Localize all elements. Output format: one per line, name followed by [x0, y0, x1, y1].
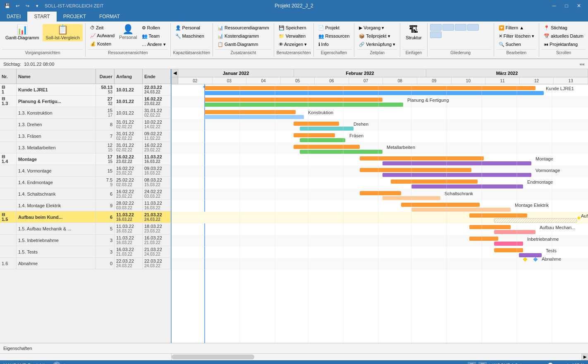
table-row[interactable]: 1.4. Endmontage 7.59 25.02.2202.03.22 08…	[0, 177, 171, 188]
table-row[interactable]: 1.4. Schaltschrank 6 16.02.2223.02.22 24…	[0, 188, 171, 200]
quick-access-toolbar: 💾 ↩ ↪ ▾	[3, 2, 41, 10]
qa-undo-btn[interactable]: ↩	[13, 2, 22, 10]
table-row[interactable]: ⊟1.5 Aufbau beim Kund... 6 11.03.2216.03…	[0, 211, 171, 223]
btn-struktur[interactable]: 🏗 Struktur	[403, 24, 425, 41]
td-anfang: 22.03.2224.03.22	[115, 258, 143, 269]
btn-anzeigen[interactable]: 👁 Anzeigen ▾	[277, 41, 309, 48]
btn-filtern[interactable]: 🔽 Filtern ▲	[497, 24, 537, 32]
group-projekt: 📄 Projekt 👥 Ressourcen ℹ Info Eigenschaf…	[314, 23, 355, 57]
td-nr	[0, 177, 17, 188]
zoom-control: － ＋ 125 %	[524, 362, 585, 364]
qa-redo-btn[interactable]: ↪	[23, 2, 31, 10]
group-gliederung-buttons	[430, 24, 491, 48]
zoom-in-btn[interactable]: ＋	[565, 362, 570, 364]
td-name: 1.5. Aufbau Mechanik & ...	[17, 223, 96, 234]
svg-rect-40	[401, 203, 480, 207]
group-struktur-buttons: 🏗 Struktur	[403, 24, 425, 48]
btn-suchen[interactable]: 🔍 Suchen	[497, 41, 537, 48]
table-row[interactable]: 1.4. Montage Elektrik 9 28.02.2203.03.22…	[0, 200, 171, 211]
btn-stichtag[interactable]: 📍 Stichtag	[542, 24, 586, 32]
zoom-thumb[interactable]	[548, 363, 553, 364]
close-btn[interactable]: ✕	[573, 2, 585, 10]
btn-kostendiagramm[interactable]: 📊 Kostendiagramm	[215, 32, 271, 40]
table-row[interactable]: 1.3. Metallarbeiten 1215 31.01.2202.02.2…	[0, 142, 171, 153]
btn-andere[interactable]: … Andere ▾	[140, 41, 168, 48]
minimize-btn[interactable]: ─	[548, 2, 560, 10]
th-nr: Nr.	[0, 69, 17, 84]
gantt-hscroll[interactable]	[172, 354, 581, 360]
gliederung-50-btn[interactable]	[455, 24, 466, 31]
btn-aufwand[interactable]: 📈 Aufwand	[88, 32, 117, 40]
gliederung-100-btn[interactable]	[430, 31, 442, 38]
collapse-btn[interactable]: ««	[580, 62, 585, 67]
gliederung-0-btn[interactable]	[430, 24, 442, 31]
tab-datei[interactable]: DATEI	[0, 12, 27, 22]
maximize-btn[interactable]: □	[561, 2, 572, 10]
svg-rect-56	[519, 253, 542, 257]
gantt-day-02: 02	[178, 77, 213, 84]
table-row[interactable]: 1.3. Fräsen 7 31.01.2202.02.22 09.02.221…	[0, 130, 171, 142]
td-dauer: 1715	[96, 153, 115, 165]
btn-verknuepfung[interactable]: 🔗 Verknüpfung ▾	[357, 41, 397, 48]
td-ende: 22.03.2224.03.22	[143, 258, 171, 269]
table-row[interactable]: ⊟1.3 Planung & Fertigu... 2732 10.01.22 …	[0, 96, 171, 107]
btn-soll-ist-label: Soll-Ist-Vergleich	[45, 35, 80, 40]
gliederung-75-btn[interactable]	[467, 24, 479, 31]
table-row[interactable]: 1.3. Konstruktion 1517 10.01.22 31.01.22…	[0, 107, 171, 119]
btn-verwalten[interactable]: 📁 Verwalten	[277, 32, 309, 40]
tab-format[interactable]: FORMAT	[93, 12, 127, 22]
table-row[interactable]: 1.3. Drehen 8 31.01.2202.02.22 10.02.221…	[0, 119, 171, 130]
btn-personal2[interactable]: 👤 Personal	[173, 24, 206, 32]
btn-ressourcendiagramm[interactable]: 📊 Ressourcendiagramm	[215, 24, 271, 32]
table-body[interactable]: ⊟1 Kunde LJRE1 50.1353 10.01.22 22.03.22…	[0, 84, 171, 343]
btn-info[interactable]: ℹ Info	[316, 41, 352, 48]
btn-speichern[interactable]: 💾 Speichern	[277, 24, 309, 32]
table-row[interactable]: ⊟1 Kunde LJRE1 50.1353 10.01.22 22.03.22…	[0, 84, 171, 96]
refresh-icon[interactable]: ↻	[53, 362, 60, 364]
hscroll-right-btn[interactable]: ▶	[581, 354, 588, 360]
tab-start[interactable]: START	[27, 12, 56, 22]
personal-btn-large[interactable]: 👤 Personal	[119, 24, 137, 40]
btn-teilprojekt[interactable]: 📦 Teilprojekt ▾	[357, 32, 397, 40]
svg-text:Endmontage: Endmontage	[527, 180, 553, 184]
table-row[interactable]: 1.5. Inbetriebnahme 3 11.03.2216.03.22 1…	[0, 235, 171, 246]
gantt-body: Kunde LJRE1 Planung & Fertigung Konstruk…	[172, 84, 588, 343]
table-row[interactable]: 1.5. Tests 3 16.03.2221.03.22 21.03.2224…	[0, 246, 171, 258]
btn-kosten[interactable]: 💰 Kosten	[88, 40, 117, 48]
hscroll-thumb[interactable]	[172, 354, 254, 359]
table-row[interactable]: 1.5. Aufbau Mechanik & ... 5 11.03.2216.…	[0, 223, 171, 235]
btn-aktuelles-datum[interactable]: 📅 aktuelles Datum	[542, 32, 586, 40]
btn-ressourcen[interactable]: 👥 Ressourcen	[316, 32, 352, 40]
td-anfang: 16.02.2223.02.22	[115, 165, 143, 176]
btn-gantt-diagramm[interactable]: 📊 Gantt-Diagramm	[2, 24, 42, 41]
view-normal-btn[interactable]: ⊞	[468, 362, 476, 364]
td-name: 1.4. Schaltschrank	[17, 188, 96, 199]
qa-menu-btn[interactable]: ▾	[33, 2, 41, 10]
btn-team[interactable]: 👥 Team	[140, 32, 168, 40]
gantt-nav-left[interactable]: ◀	[172, 69, 178, 77]
qa-save-btn[interactable]: 💾	[3, 2, 12, 10]
tab-projekt[interactable]: PROJEKT	[57, 12, 93, 22]
btn-zeit[interactable]: ⏱ Zeit	[88, 24, 117, 31]
btn-filter-loeschen[interactable]: ✕ Filter löschen ▾	[497, 32, 537, 40]
zoom-out-btn[interactable]: －	[524, 362, 529, 364]
btn-maschinen[interactable]: 🔧 Maschinen	[173, 32, 206, 40]
gliederung-25-btn[interactable]	[442, 24, 454, 31]
horizontal-scrollbar[interactable]: ▶	[0, 353, 588, 360]
svg-rect-50	[494, 230, 535, 234]
table-row[interactable]: 1.4. Vormontage 15 16.02.2223.02.22 09.0…	[0, 165, 171, 177]
td-name: 1.3. Metallarbeiten	[17, 142, 96, 153]
td-anfang: 16.02.2223.02.22	[115, 188, 143, 199]
btn-rollen[interactable]: ⚙ Rollen	[140, 24, 168, 32]
table-row[interactable]: ⊟1.4 Montage 1715 16.02.2223.02.22 11.03…	[0, 153, 171, 165]
table-row[interactable]: 1.6 Abnahme 0 22.03.2224.03.22 22.03.222…	[0, 258, 171, 269]
btn-vorgang[interactable]: ▶ Vorgang ▾	[357, 24, 397, 32]
btn-soll-ist-vergleich[interactable]: 📋 Soll-Ist-Vergleich	[43, 24, 83, 41]
view-gantt-btn[interactable]: ▦	[478, 362, 487, 364]
svg-rect-14	[205, 103, 403, 107]
btn-projekt[interactable]: 📄 Projekt	[316, 24, 352, 32]
btn-gantt2[interactable]: 📋 Gantt-Diagramm	[215, 41, 271, 48]
btn-projektanfang[interactable]: ⏮ Projektanfang	[542, 41, 586, 48]
svg-rect-34	[391, 180, 478, 184]
svg-text:Fräsen: Fräsen	[349, 133, 363, 138]
